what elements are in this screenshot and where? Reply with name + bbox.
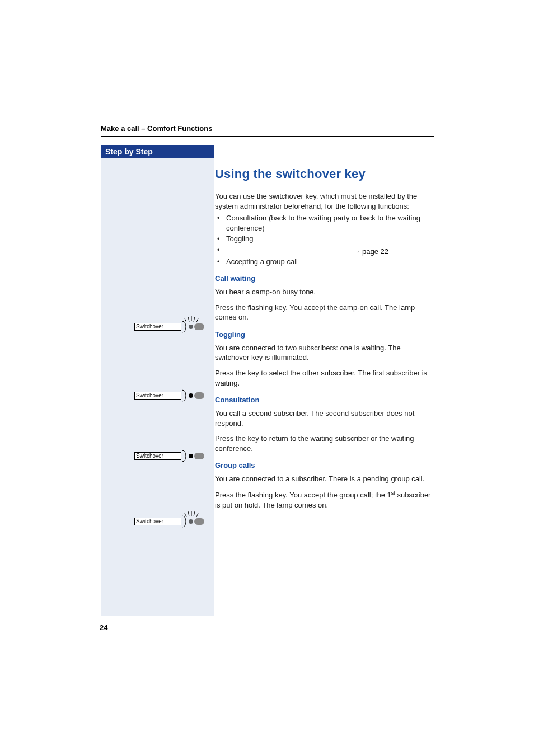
paragraph-part: Press the flashing key. You accept the g… <box>215 491 391 499</box>
arrow-icon: → <box>353 247 360 256</box>
svg-line-1 <box>188 317 189 322</box>
key-button-icon <box>194 323 204 330</box>
paragraph: Press the flashing key. You accept the c… <box>215 303 434 322</box>
svg-line-6 <box>188 511 189 516</box>
key-button-icon <box>194 518 204 525</box>
subsection-heading: Group calls <box>215 461 434 469</box>
svg-line-4 <box>196 318 198 322</box>
section-heading: Using the switchover key <box>215 167 434 181</box>
svg-line-3 <box>194 317 195 322</box>
paragraph: Press the key to select the other subscr… <box>215 368 434 388</box>
paragraph: You hear a camp-on busy tone. <box>215 287 434 297</box>
led-icon <box>189 325 193 329</box>
key-bracket-icon <box>181 515 188 528</box>
page-cross-reference: → page 22 <box>215 247 434 256</box>
paragraph: You call a second subscriber. The second… <box>215 408 434 428</box>
header-rule <box>101 136 434 137</box>
bullet-list: Consultation (back to the waiting party … <box>215 213 434 244</box>
key-button-icon <box>194 392 204 399</box>
running-header: Make a call – Comfort Functions <box>101 124 212 133</box>
subsection-heading: Toggling <box>215 330 434 339</box>
list-item: Accepting a group call <box>215 257 434 267</box>
paragraph: Press the flashing key. You accept the g… <box>215 490 434 510</box>
paragraph: You are connected to a subscriber. There… <box>215 474 434 484</box>
led-icon <box>189 393 193 398</box>
svg-line-8 <box>194 511 195 516</box>
page-number: 24 <box>100 623 107 632</box>
superscript: st <box>391 490 395 496</box>
sidebar-tab-label: Step by Step <box>101 145 214 158</box>
paragraph: Press the key to return to the waiting s… <box>215 434 434 453</box>
main-content: Using the switchover key You can use the… <box>215 145 434 515</box>
key-label: Switchover <box>134 323 181 331</box>
led-icon <box>189 454 193 458</box>
switchover-key-lit-icon: Switchover <box>134 448 204 462</box>
switchover-key-flashing-icon: Switchover <box>134 319 204 332</box>
svg-line-9 <box>196 513 198 517</box>
key-button-icon <box>194 453 204 459</box>
switchover-key-lit-icon: Switchover <box>134 388 204 401</box>
key-bracket-icon <box>181 449 188 463</box>
key-label: Switchover <box>134 518 181 525</box>
key-bracket-icon <box>181 320 188 334</box>
subsection-heading: Consultation <box>215 396 434 404</box>
list-item: Consultation (back to the waiting party … <box>215 213 434 233</box>
intro-paragraph: You can use the switchover key, which mu… <box>215 191 434 211</box>
sidebar-step-column: Step by Step Switchover Switchover <box>101 145 214 616</box>
led-icon <box>189 519 193 524</box>
page-ref-text: page 22 <box>362 247 388 256</box>
key-bracket-icon <box>181 389 188 402</box>
bullet-list: Accepting a group call <box>215 257 434 267</box>
list-item: Toggling <box>215 234 434 244</box>
paragraph: You are connected to two subscribers: on… <box>215 343 434 363</box>
key-label: Switchover <box>134 392 181 400</box>
switchover-key-flashing-icon: Switchover <box>134 514 204 527</box>
key-label: Switchover <box>134 452 181 460</box>
document-page: Make a call – Comfort Functions Step by … <box>0 0 534 756</box>
subsection-heading: Call waiting <box>215 274 434 283</box>
